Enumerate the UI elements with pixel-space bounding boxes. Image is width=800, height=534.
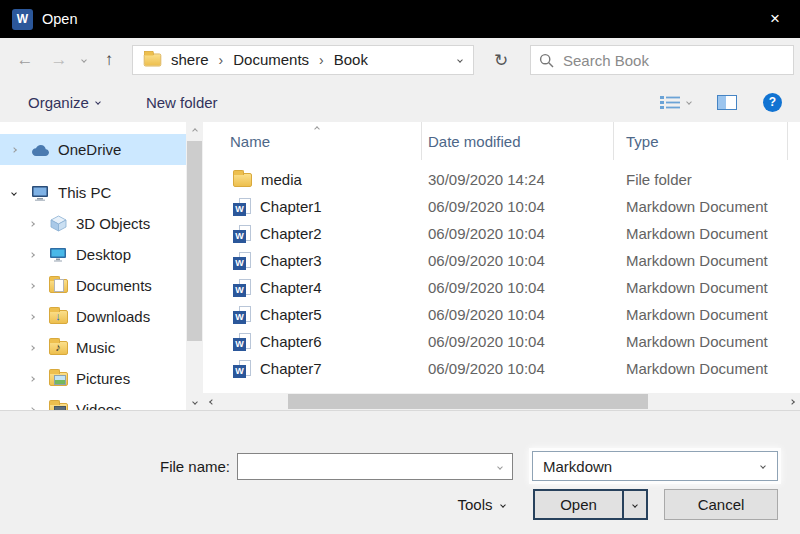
- sidebar-item-label: OneDrive: [58, 141, 121, 158]
- chevron-right-icon[interactable]: [30, 377, 47, 381]
- list-header: Name Date modified Type: [203, 122, 800, 160]
- chevron-right-icon[interactable]: [30, 253, 47, 257]
- file-type: Markdown Document: [614, 279, 800, 296]
- table-row[interactable]: WChapter2 06/09/2020 10:04 Markdown Docu…: [203, 220, 800, 247]
- file-list: Name Date modified Type media 30/09/2020…: [203, 122, 800, 410]
- cancel-button[interactable]: Cancel: [664, 489, 778, 520]
- chevron-down-icon[interactable]: [488, 454, 512, 479]
- table-row[interactable]: WChapter7 06/09/2020 10:04 Markdown Docu…: [203, 355, 800, 382]
- word-document-icon: W: [233, 306, 251, 324]
- search-box: [530, 45, 794, 75]
- back-icon[interactable]: ←: [8, 45, 42, 75]
- sidebar-scrollbar-thumb[interactable]: [187, 141, 202, 341]
- sidebar-item-label: Desktop: [76, 246, 131, 263]
- recent-locations-icon[interactable]: [76, 45, 92, 75]
- breadcrumb-item-shere[interactable]: shere: [162, 46, 218, 74]
- organize-label: Organize: [28, 94, 89, 111]
- file-name: Chapter3: [260, 252, 322, 269]
- address-dropdown-icon[interactable]: [447, 46, 473, 74]
- tools-button[interactable]: Tools: [445, 489, 517, 520]
- navigation-pane: OneDrive This PC 3D Objects Desktop Docu…: [0, 122, 186, 410]
- table-row[interactable]: media 30/09/2020 14:24 File folder: [203, 166, 800, 193]
- file-date: 06/09/2020 10:04: [422, 279, 614, 296]
- table-row[interactable]: WChapter3 06/09/2020 10:04 Markdown Docu…: [203, 247, 800, 274]
- new-folder-button[interactable]: New folder: [146, 94, 218, 111]
- table-row[interactable]: WChapter5 06/09/2020 10:04 Markdown Docu…: [203, 301, 800, 328]
- file-name: Chapter1: [260, 198, 322, 215]
- chevron-right-icon[interactable]: [30, 284, 47, 288]
- sidebar-item-onedrive[interactable]: OneDrive: [0, 134, 186, 165]
- column-header-name[interactable]: Name: [203, 122, 422, 160]
- file-type: Markdown Document: [614, 198, 800, 215]
- word-document-icon: W: [233, 333, 251, 351]
- chevron-down-icon[interactable]: [12, 191, 29, 195]
- sidebar-item-this-pc[interactable]: This PC: [0, 177, 186, 208]
- breadcrumb: shere › Documents › Book: [132, 45, 474, 75]
- breadcrumb-item-book[interactable]: Book: [325, 46, 377, 74]
- column-header-date-modified[interactable]: Date modified: [422, 122, 614, 160]
- file-name: Chapter7: [260, 360, 322, 377]
- breadcrumb-item-documents[interactable]: Documents: [224, 46, 318, 74]
- file-date: 06/09/2020 10:04: [422, 333, 614, 350]
- open-button[interactable]: Open: [535, 491, 622, 518]
- sidebar-item-documents[interactable]: Documents: [0, 270, 186, 301]
- search-input[interactable]: [563, 52, 785, 69]
- file-date: 06/09/2020 10:04: [422, 252, 614, 269]
- pictures-folder-icon: [47, 372, 69, 386]
- file-date: 06/09/2020 10:04: [422, 360, 614, 377]
- sidebar-item-videos[interactable]: Videos: [0, 394, 186, 410]
- scroll-left-icon[interactable]: [203, 393, 220, 410]
- chevron-down-icon[interactable]: [686, 99, 692, 105]
- file-type: Markdown Document: [614, 225, 800, 242]
- open-button-group: Open: [533, 489, 648, 520]
- forward-icon[interactable]: →: [42, 45, 76, 75]
- sidebar-item-pictures[interactable]: Pictures: [0, 363, 186, 394]
- file-type: Markdown Document: [614, 333, 800, 350]
- music-folder-icon: ♪: [47, 341, 69, 355]
- table-row[interactable]: WChapter1 06/09/2020 10:04 Markdown Docu…: [203, 193, 800, 220]
- sidebar-item-3d-objects[interactable]: 3D Objects: [0, 208, 186, 239]
- computer-icon: [29, 185, 51, 201]
- scroll-right-icon[interactable]: [783, 393, 800, 410]
- scroll-down-icon[interactable]: [186, 393, 203, 410]
- close-icon[interactable]: ×: [750, 0, 800, 38]
- preview-pane-icon[interactable]: [717, 95, 737, 110]
- sidebar-item-desktop[interactable]: Desktop: [0, 239, 186, 270]
- file-name-input[interactable]: [238, 454, 488, 479]
- column-header-type[interactable]: Type: [614, 122, 788, 160]
- chevron-down-icon: [95, 99, 101, 105]
- organize-button[interactable]: Organize: [28, 94, 100, 111]
- chevron-right-icon[interactable]: [30, 346, 47, 350]
- help-icon[interactable]: ?: [763, 93, 782, 112]
- dialog-content: OneDrive This PC 3D Objects Desktop Docu…: [0, 122, 800, 410]
- word-app-icon: W: [12, 9, 33, 30]
- chevron-right-icon[interactable]: [12, 148, 29, 152]
- sidebar-item-downloads[interactable]: ↓ Downloads: [0, 301, 186, 332]
- chevron-right-icon[interactable]: [30, 222, 47, 226]
- up-icon[interactable]: ↑: [92, 45, 126, 75]
- horizontal-scrollbar-thumb[interactable]: [288, 394, 648, 409]
- window-title: Open: [42, 11, 77, 27]
- file-type-select[interactable]: Markdown: [532, 451, 778, 481]
- 3d-objects-icon: [47, 215, 69, 232]
- file-type: Markdown Document: [614, 252, 800, 269]
- table-row[interactable]: WChapter6 06/09/2020 10:04 Markdown Docu…: [203, 328, 800, 355]
- view-controls: ?: [660, 93, 782, 112]
- sidebar-item-label: Pictures: [76, 370, 130, 387]
- open-dropdown-icon[interactable]: [622, 491, 646, 518]
- file-date: 06/09/2020 10:04: [422, 225, 614, 242]
- chevron-right-icon[interactable]: [30, 315, 47, 319]
- details-view-button[interactable]: [660, 95, 691, 110]
- command-bar: Organize New folder ?: [0, 82, 800, 122]
- refresh-icon[interactable]: ↻: [484, 45, 518, 75]
- file-date: 06/09/2020 10:04: [422, 198, 614, 215]
- sidebar-item-label: 3D Objects: [76, 215, 150, 232]
- file-type-value: Markdown: [543, 458, 612, 475]
- sidebar-item-music[interactable]: ♪ Music: [0, 332, 186, 363]
- downloads-folder-icon: ↓: [47, 310, 69, 324]
- table-row[interactable]: WChapter4 06/09/2020 10:04 Markdown Docu…: [203, 274, 800, 301]
- scroll-up-icon[interactable]: [186, 122, 203, 139]
- tools-label: Tools: [457, 496, 492, 513]
- file-type: Markdown Document: [614, 306, 800, 323]
- folder-icon: [233, 173, 252, 187]
